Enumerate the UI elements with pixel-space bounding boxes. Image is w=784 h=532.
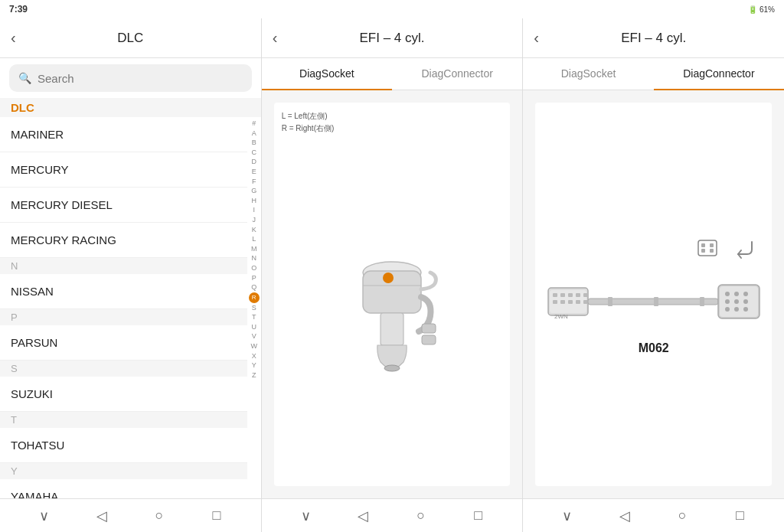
list-item[interactable]: NISSAN <box>0 274 247 309</box>
list-container: MARINER MERCURY MERCURY DIESEL MERCURY R… <box>0 117 261 498</box>
svg-point-35 <box>725 299 730 304</box>
list-group-header-t: T <box>0 412 247 428</box>
panel3-bottom-nav: ∨ ◁ ○ □ <box>523 498 784 532</box>
tab-diag-socket[interactable]: DiagSocket <box>262 58 392 90</box>
alpha-r-active[interactable]: R <box>249 292 260 303</box>
nav2-home-button[interactable]: ○ <box>406 508 436 524</box>
alpha-f[interactable]: F <box>249 177 260 187</box>
panel-efi-socket: ‹ EFI – 4 cyl. DiagSocket DiagConnector … <box>262 18 524 532</box>
panel1-back-button[interactable]: ‹ <box>11 29 16 47</box>
nav3-home-button[interactable]: ○ <box>667 508 697 524</box>
svg-rect-11 <box>701 249 705 253</box>
alpha-x[interactable]: X <box>249 351 260 361</box>
alpha-y[interactable]: Y <box>249 361 260 370</box>
svg-rect-21 <box>560 300 565 304</box>
alpha-v[interactable]: V <box>249 331 260 341</box>
section-label-dlc: DLC <box>0 98 261 117</box>
alpha-hash[interactable]: # <box>249 119 260 129</box>
status-time: 7:39 <box>9 4 28 15</box>
tab3-diag-connector[interactable]: DiagConnector <box>654 58 784 90</box>
panel-dlc: ‹ DLC 🔍 DLC MARINER MERCURY MERCURY DIES… <box>0 18 262 532</box>
alpha-l[interactable]: L <box>249 234 260 244</box>
alpha-j[interactable]: J <box>249 215 260 225</box>
svg-point-33 <box>734 292 739 296</box>
list-item[interactable]: SUZUKI <box>0 377 247 412</box>
alpha-g[interactable]: G <box>249 186 260 196</box>
alpha-u[interactable]: U <box>249 322 260 332</box>
alpha-n[interactable]: N <box>249 253 260 263</box>
list-item[interactable]: MERCURY RACING <box>0 223 247 258</box>
panel1-bottom-nav: ∨ ◁ ○ □ <box>0 498 261 532</box>
alpha-p[interactable]: P <box>249 273 260 283</box>
alpha-o[interactable]: O <box>249 263 260 273</box>
alpha-k[interactable]: K <box>249 225 260 235</box>
list-item[interactable]: MARINER <box>0 117 247 152</box>
tab3-diag-socket[interactable]: DiagSocket <box>523 58 653 90</box>
alpha-h[interactable]: H <box>249 196 260 206</box>
svg-point-32 <box>725 292 730 296</box>
nav2-down-button[interactable]: ∨ <box>290 508 321 524</box>
panel3-title: EFI – 4 cyl. <box>621 31 686 46</box>
motor-svg-wrap <box>282 138 503 478</box>
alphabet-index[interactable]: # A B C D E F G H I J K L M N O P <box>247 117 261 498</box>
alpha-t[interactable]: T <box>249 312 260 322</box>
return-arrow-svg[interactable] <box>730 234 758 262</box>
svg-rect-24 <box>583 300 588 304</box>
socket-icon-svg <box>694 234 721 262</box>
list-item[interactable]: TOHATSU <box>0 428 247 463</box>
svg-rect-9 <box>701 243 705 247</box>
svg-point-34 <box>743 292 748 296</box>
panel-efi-connector: ‹ EFI – 4 cyl. DiagSocket DiagConnector <box>523 18 784 532</box>
alpha-w[interactable]: W <box>249 341 260 351</box>
list-item[interactable]: MERCURY DIESEL <box>0 188 247 223</box>
alpha-d[interactable]: D <box>249 157 260 167</box>
panel3-header: ‹ EFI – 4 cyl. <box>523 18 784 58</box>
alpha-i[interactable]: I <box>249 205 260 215</box>
search-input[interactable] <box>38 72 243 85</box>
svg-rect-7 <box>422 335 436 344</box>
svg-rect-10 <box>710 243 714 247</box>
nav2-back-button[interactable]: ◁ <box>348 508 378 524</box>
list-item[interactable]: YAMAHA <box>0 479 247 498</box>
nav-back-button[interactable]: ◁ <box>87 508 117 524</box>
svg-rect-18 <box>576 293 580 297</box>
panel2-title: EFI – 4 cyl. <box>359 31 424 46</box>
search-bar[interactable]: 🔍 <box>9 64 252 92</box>
nav3-square-button[interactable]: □ <box>724 508 755 524</box>
legend-right: R = Right(右側) <box>282 122 335 135</box>
list-item[interactable]: PARSUN <box>0 325 247 361</box>
legend-left: L = Left(左側) <box>282 110 335 122</box>
svg-rect-12 <box>710 249 714 253</box>
nav3-back-button[interactable]: ◁ <box>609 508 640 524</box>
panel2-bottom-nav: ∨ ◁ ○ □ <box>262 498 523 532</box>
alpha-s[interactable]: S <box>249 303 260 313</box>
alpha-m[interactable]: M <box>249 244 260 254</box>
alpha-e[interactable]: E <box>249 167 260 177</box>
nav2-square-button[interactable]: □ <box>463 508 494 524</box>
alpha-c[interactable]: C <box>249 148 260 158</box>
svg-rect-29 <box>700 297 704 306</box>
nav-square-button[interactable]: □ <box>201 508 232 524</box>
alpha-z[interactable]: Z <box>249 370 260 380</box>
battery-icon: 🔋 <box>748 5 757 14</box>
svg-rect-6 <box>422 324 436 333</box>
list-items: MARINER MERCURY MERCURY DIESEL MERCURY R… <box>0 117 247 498</box>
svg-rect-19 <box>583 293 588 297</box>
svg-rect-26 <box>588 299 718 305</box>
nav-down-button[interactable]: ∨ <box>29 508 60 524</box>
svg-rect-28 <box>654 297 658 306</box>
connector-code: M062 <box>543 341 764 355</box>
nav3-down-button[interactable]: ∨ <box>552 508 583 524</box>
panel3-content: 2WN <box>523 90 784 498</box>
alpha-a[interactable]: A <box>249 129 260 139</box>
tab-diag-connector[interactable]: DiagConnector <box>392 58 522 90</box>
list-item[interactable]: MERCURY <box>0 152 247 188</box>
alpha-q[interactable]: Q <box>249 282 260 292</box>
svg-point-38 <box>725 307 730 312</box>
svg-rect-15 <box>553 293 557 297</box>
alpha-b[interactable]: B <box>249 138 260 148</box>
list-group-header-s: S <box>0 361 247 377</box>
panel3-back-button[interactable]: ‹ <box>534 29 539 47</box>
panel2-back-button[interactable]: ‹ <box>273 29 278 47</box>
nav-home-button[interactable]: ○ <box>144 508 175 524</box>
